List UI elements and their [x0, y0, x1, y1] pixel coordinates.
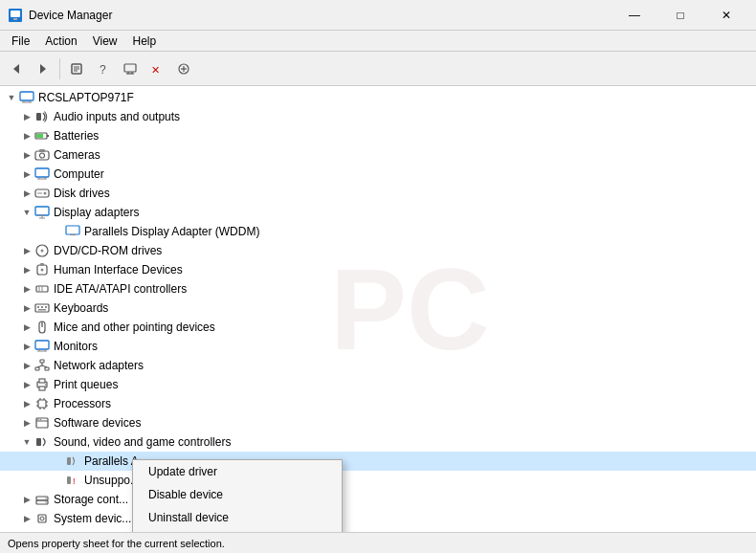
cameras-label: Cameras	[54, 148, 100, 162]
monitors-label: Monitors	[54, 340, 98, 353]
add-button[interactable]	[171, 56, 196, 81]
tree-item-computer[interactable]: ▶ Computer	[0, 165, 756, 184]
svg-rect-85	[67, 457, 71, 465]
keyboard-icon	[34, 300, 50, 316]
svg-rect-10	[124, 64, 136, 72]
context-disable-device[interactable]: Disable device	[133, 483, 342, 506]
properties-icon	[70, 62, 83, 76]
update-driver-label: Update driver	[148, 465, 217, 478]
system-label: System devic...	[54, 512, 131, 525]
menu-help[interactable]: Help	[125, 31, 165, 52]
monitors-expand-icon: ▶	[19, 339, 34, 354]
svg-line-65	[37, 365, 42, 367]
svg-rect-18	[20, 92, 33, 100]
help-icon: ?	[97, 62, 110, 76]
tree-item-parallels-audio[interactable]: ▶ Parallels A...	[0, 452, 756, 471]
tree-item-dvd[interactable]: ▶ DVD/CD-ROM drives	[0, 241, 756, 260]
svg-rect-57	[35, 341, 49, 349]
svg-rect-71	[38, 400, 46, 408]
tree-item-monitors[interactable]: ▶ Monitors	[0, 337, 756, 356]
svg-point-34	[44, 192, 47, 195]
monitor-icon	[34, 339, 50, 354]
tree-item-network[interactable]: ▶ Network adapters	[0, 356, 756, 375]
forward-icon	[36, 62, 50, 76]
tree-item-software[interactable]: ▶ Software devices	[0, 413, 756, 432]
svg-point-93	[40, 517, 44, 520]
svg-rect-40	[66, 226, 79, 234]
scan-button[interactable]: ✕	[145, 56, 169, 81]
devmgr-button[interactable]	[118, 56, 143, 81]
tree-item-disk[interactable]: ▶ Disk drives	[0, 184, 756, 203]
storage-icon	[34, 492, 50, 507]
svg-rect-22	[36, 113, 41, 121]
keyboards-expand-icon: ▶	[19, 300, 34, 316]
tree-item-display[interactable]: ▼ Display adapters	[0, 203, 756, 222]
audio-label: Audio inputs and outputs	[54, 110, 180, 123]
svg-point-82	[37, 419, 39, 421]
svg-rect-92	[38, 515, 46, 522]
back-icon	[10, 62, 23, 76]
tree-item-audio[interactable]: ▶ Audio inputs and outputs	[0, 107, 756, 126]
tree-item-batteries[interactable]: ▶ Batteries	[0, 126, 756, 145]
ide-expand-icon: ▶	[19, 281, 34, 297]
context-menu: Update driver Disable device Uninstall d…	[132, 459, 343, 532]
display-icon	[34, 205, 50, 220]
maximize-button[interactable]: □	[658, 1, 702, 30]
svg-rect-52	[41, 306, 43, 308]
cameras-expand-icon: ▶	[19, 147, 34, 163]
tree-item-ide[interactable]: ▶ IDE ATA/ATAPI controllers	[0, 279, 756, 299]
computer2-icon	[34, 166, 50, 182]
network-label: Network adapters	[54, 359, 144, 372]
minimize-button[interactable]: —	[612, 1, 656, 30]
close-button[interactable]: ✕	[704, 1, 748, 30]
tree-item-parallels-display[interactable]: ▶ Parallels Display Adapter (WDDM)	[0, 222, 756, 241]
tree-item-print[interactable]: ▶ Print queues	[0, 375, 756, 394]
ide-icon	[34, 281, 50, 297]
menu-action[interactable]: Action	[37, 31, 84, 52]
back-button[interactable]	[4, 56, 29, 81]
tree-item-usb[interactable]: ▼ Universal Ser...	[0, 528, 756, 532]
root-label: RCSLAPTOP971F	[38, 91, 134, 104]
svg-rect-61	[40, 360, 44, 363]
network-expand-icon: ▶	[19, 358, 34, 373]
display-expand-icon: ▼	[19, 205, 34, 220]
disable-device-label: Disable device	[148, 488, 223, 501]
svg-text:?: ?	[100, 63, 106, 76]
svg-point-43	[41, 250, 44, 253]
menu-view[interactable]: View	[85, 31, 125, 52]
menu-file[interactable]: File	[4, 31, 37, 52]
svg-line-66	[42, 365, 47, 367]
forward-button[interactable]	[31, 56, 56, 81]
tree-item-system[interactable]: ▶ System devic...	[0, 509, 756, 528]
tree-item-keyboards[interactable]: ▶ Keyboards	[0, 299, 756, 318]
tree-item-mice[interactable]: ▶ Mice and other pointing devices	[0, 318, 756, 337]
tree-item-hid[interactable]: ▶ Human Interface Devices	[0, 260, 756, 279]
tree-item-processors[interactable]: ▶ Processors	[0, 394, 756, 413]
app-icon	[8, 8, 23, 23]
print-icon	[34, 377, 50, 392]
status-bar: Opens property sheet for the current sel…	[0, 532, 756, 553]
tree-root[interactable]: ▼ RCSLAPTOP971F	[0, 88, 756, 107]
tree-item-sound[interactable]: ▼ Sound, video and game controllers	[0, 432, 756, 452]
properties-button[interactable]	[64, 56, 89, 81]
batteries-label: Batteries	[54, 129, 99, 143]
context-scan-hardware[interactable]: Scan for hardware changes	[133, 529, 342, 532]
context-update-driver[interactable]: Update driver	[133, 460, 342, 483]
camera-icon	[34, 147, 50, 163]
print-expand-icon: ▶	[19, 377, 34, 392]
svg-rect-25	[36, 134, 43, 138]
tree-item-storage[interactable]: ▶ Storage cont...	[0, 490, 756, 509]
svg-rect-36	[35, 207, 49, 215]
svg-rect-1	[11, 11, 20, 17]
svg-rect-51	[37, 306, 39, 308]
add-icon	[177, 62, 190, 76]
context-uninstall-device[interactable]: Uninstall device	[133, 506, 342, 529]
computer-icon	[19, 90, 34, 105]
svg-marker-3	[13, 64, 19, 74]
sound-label: Sound, video and game controllers	[54, 435, 231, 449]
processor-icon	[34, 396, 50, 411]
tree-item-unsupported[interactable]: ▶ ! Unsuppo...	[0, 471, 756, 490]
tree-item-cameras[interactable]: ▶ Cameras	[0, 145, 756, 165]
help-button[interactable]: ?	[91, 56, 116, 81]
disk-icon	[34, 186, 50, 201]
